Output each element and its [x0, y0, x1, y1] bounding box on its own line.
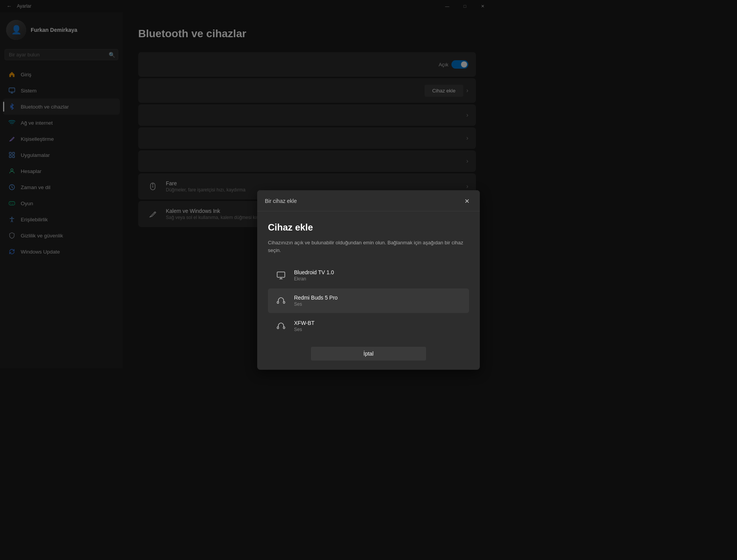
device-item-bluedroid[interactable]: Bluedroid TV 1.0Ekran: [268, 263, 469, 288]
dialog-titlebar: Bir cihaz ekle ✕: [257, 190, 480, 211]
svg-rect-24: [283, 327, 285, 329]
add-device-dialog: Bir cihaz ekle ✕ Cihaz ekle Cihazınızın …: [257, 190, 480, 368]
xfw-name: XFW-BT: [294, 320, 463, 326]
bluedroid-icon: [274, 268, 288, 282]
svg-rect-23: [277, 327, 279, 329]
dialog-footer: İptal: [257, 339, 480, 368]
device-item-xfw[interactable]: XFW-BTSes: [268, 314, 469, 338]
redmi-info: Redmi Buds 5 ProSes: [294, 295, 463, 307]
redmi-icon: [274, 294, 288, 308]
redmi-name: Redmi Buds 5 Pro: [294, 295, 463, 301]
svg-rect-21: [277, 301, 279, 303]
dialog-body: Cihaz ekle Cihazınızın açık ve bulunabil…: [257, 211, 480, 339]
xfw-icon: [274, 319, 288, 333]
dialog-heading: Cihaz ekle: [268, 222, 469, 233]
dialog-close-button[interactable]: ✕: [461, 196, 472, 206]
xfw-type: Ses: [294, 327, 463, 332]
bluedroid-info: Bluedroid TV 1.0Ekran: [294, 269, 463, 282]
bluedroid-name: Bluedroid TV 1.0: [294, 269, 463, 275]
device-item-redmi[interactable]: Redmi Buds 5 ProSes: [268, 288, 469, 313]
bluedroid-type: Ekran: [294, 276, 463, 282]
dialog-description: Cihazınızın açık ve bulunabilir olduğund…: [268, 239, 469, 254]
xfw-info: XFW-BTSes: [294, 320, 463, 332]
svg-rect-22: [283, 301, 285, 303]
dialog-overlay[interactable]: Bir cihaz ekle ✕ Cihaz ekle Cihazınızın …: [0, 0, 491, 368]
redmi-type: Ses: [294, 301, 463, 307]
svg-rect-18: [277, 272, 285, 277]
cancel-button[interactable]: İptal: [311, 347, 426, 361]
device-list: Bluedroid TV 1.0EkranRedmi Buds 5 ProSes…: [268, 263, 469, 338]
dialog-titlebar-text: Bir cihaz ekle: [265, 198, 297, 204]
